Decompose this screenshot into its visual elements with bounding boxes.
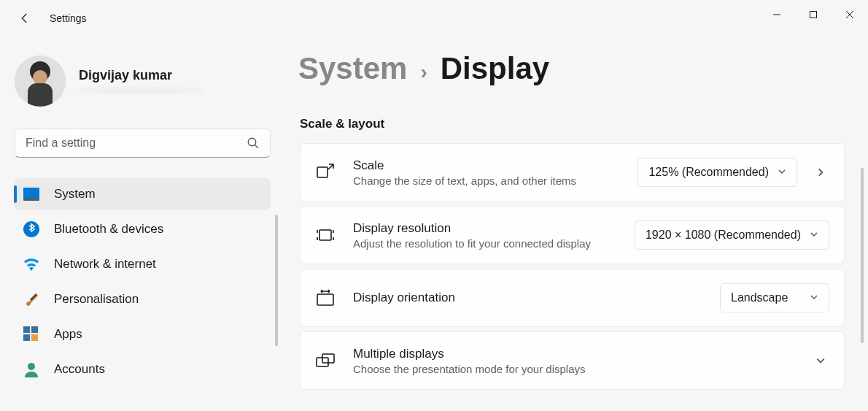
avatar [15, 55, 66, 107]
sidebar-item-label: Network & internet [54, 257, 156, 272]
sidebar-item-system[interactable]: System [15, 178, 271, 210]
sidebar-item-apps[interactable]: Apps [15, 318, 271, 350]
select-value: 1920 × 1080 (Recommended) [646, 228, 801, 242]
main-content: System › Display Scale & layout Scale Ch… [281, 37, 868, 411]
scale-select[interactable]: 125% (Recommended) [638, 158, 797, 187]
profile[interactable]: Digvijay kumar [15, 55, 271, 107]
resolution-select[interactable]: 1920 × 1080 (Recommended) [635, 220, 829, 250]
svg-rect-10 [31, 326, 38, 333]
sidebar-item-label: Bluetooth & devices [54, 222, 163, 237]
sidebar-scrollbar[interactable] [275, 215, 278, 346]
card-multiple-displays[interactable]: Multiple displays Choose the presentatio… [300, 331, 845, 390]
orientation-icon [315, 288, 336, 308]
select-value: 125% (Recommended) [648, 166, 769, 179]
wifi-icon [23, 256, 39, 272]
select-value: Landscape [731, 291, 788, 304]
card-subtitle: Choose the presentation mode for your di… [353, 363, 797, 375]
expand-chevron[interactable] [812, 352, 829, 369]
app-title: Settings [50, 12, 87, 24]
card-resolution[interactable]: Display resolution Adjust the resolution… [300, 206, 845, 264]
expand-arrow[interactable] [812, 164, 829, 181]
svg-point-5 [248, 138, 256, 146]
sidebar: Digvijay kumar System [0, 37, 281, 411]
close-button[interactable] [832, 0, 868, 29]
profile-name: Digvijay kumar [79, 68, 203, 83]
chevron-right-icon: › [420, 61, 427, 84]
svg-rect-16 [317, 294, 333, 305]
svg-rect-0 [810, 12, 817, 18]
page-title: Display [441, 51, 549, 86]
svg-rect-7 [23, 199, 39, 201]
svg-rect-4 [28, 83, 53, 107]
resolution-icon [315, 225, 336, 245]
chevron-down-icon [778, 166, 786, 179]
content-scrollbar[interactable] [861, 168, 864, 343]
card-subtitle: Change the size of text, apps, and other… [353, 174, 638, 187]
titlebar: Settings [0, 0, 868, 37]
svg-rect-14 [317, 167, 328, 177]
card-title: Display resolution [353, 221, 635, 236]
sidebar-item-label: Personalisation [54, 292, 139, 307]
card-orientation[interactable]: Display orientation Landscape [300, 269, 845, 327]
sidebar-item-bluetooth[interactable]: Bluetooth & devices [15, 213, 271, 245]
breadcrumb-parent[interactable]: System [298, 51, 407, 86]
svg-rect-12 [31, 334, 38, 341]
system-icon [23, 186, 39, 202]
card-title: Multiple displays [353, 347, 797, 361]
search-input[interactable] [26, 137, 247, 150]
back-button[interactable] [16, 9, 34, 27]
scale-icon [315, 162, 336, 183]
sidebar-item-label: Apps [54, 327, 82, 342]
sidebar-item-network[interactable]: Network & internet [15, 248, 271, 280]
svg-point-3 [33, 70, 47, 85]
sidebar-item-label: System [54, 187, 96, 201]
card-title: Display orientation [353, 291, 720, 305]
sidebar-item-accounts[interactable]: Accounts [15, 353, 271, 385]
breadcrumb: System › Display [298, 51, 845, 86]
profile-email-blur [79, 86, 203, 95]
multiple-displays-icon [315, 350, 336, 371]
svg-rect-15 [319, 230, 331, 240]
bluetooth-icon [23, 221, 39, 237]
section-title: Scale & layout [300, 117, 845, 131]
card-subtitle: Adjust the resolution to fit your connec… [353, 237, 635, 250]
maximize-button[interactable] [795, 0, 832, 29]
minimize-button[interactable] [759, 0, 795, 29]
chevron-down-icon [810, 228, 818, 242]
svg-rect-11 [23, 334, 30, 341]
svg-rect-6 [23, 188, 39, 199]
sidebar-item-personalisation[interactable]: Personalisation [15, 283, 271, 315]
apps-icon [23, 326, 39, 342]
svg-rect-9 [23, 326, 30, 333]
search-icon [247, 137, 260, 150]
card-scale[interactable]: Scale Change the size of text, apps, and… [300, 143, 845, 201]
search-box[interactable] [15, 128, 271, 158]
paintbrush-icon [23, 291, 39, 307]
svg-point-13 [28, 363, 35, 370]
chevron-down-icon [810, 291, 818, 304]
card-title: Scale [353, 158, 638, 173]
orientation-select[interactable]: Landscape [720, 283, 829, 312]
accounts-icon [23, 361, 39, 377]
sidebar-item-label: Accounts [54, 362, 105, 377]
